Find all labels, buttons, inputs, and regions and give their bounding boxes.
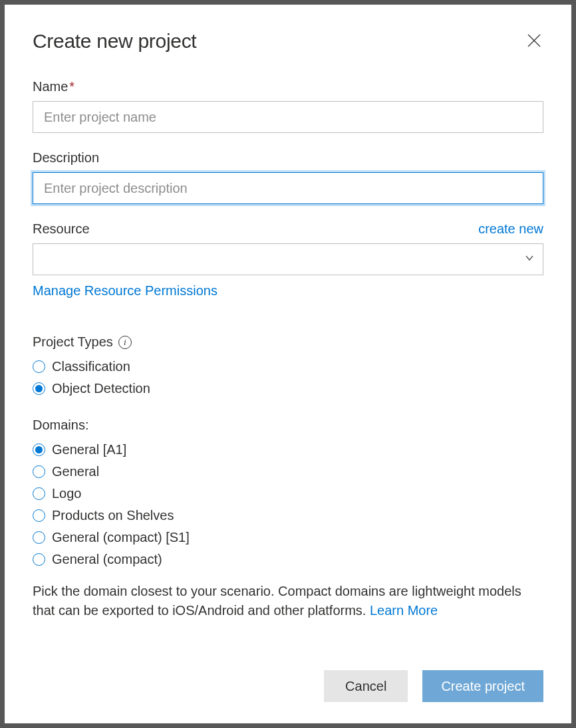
create-project-button[interactable]: Create project (422, 670, 543, 702)
resource-select[interactable] (33, 243, 543, 275)
radio-circle (33, 553, 45, 566)
radio-circle (33, 465, 45, 478)
domain-option[interactable]: General (compact) [S1] (33, 530, 543, 545)
name-field-block: Name* (33, 79, 543, 133)
learn-more-link[interactable]: Learn More (370, 603, 438, 618)
domains-label: Domains: (33, 418, 543, 433)
radio-circle (33, 531, 45, 544)
radio-label: General (compact) (52, 552, 162, 567)
description-label: Description (33, 150, 99, 166)
radio-circle (33, 443, 45, 456)
modal-footer: Cancel Create project (33, 657, 543, 702)
radio-circle (33, 360, 45, 373)
project-types-block: Project Types i ClassificationObject Det… (33, 334, 543, 396)
description-input[interactable] (33, 172, 543, 204)
domain-option[interactable]: General (compact) (33, 552, 543, 567)
domain-option[interactable]: General (33, 464, 543, 479)
radio-circle (33, 382, 45, 395)
domain-option[interactable]: Products on Shelves (33, 508, 543, 523)
name-input[interactable] (33, 101, 543, 133)
radio-label: Classification (52, 359, 130, 374)
radio-label: General (52, 464, 99, 479)
domain-option[interactable]: General [A1] (33, 442, 543, 457)
domains-block: Domains: General [A1]GeneralLogoProducts… (33, 418, 543, 567)
description-field-block: Description (33, 150, 543, 204)
radio-label: General (compact) [S1] (52, 530, 190, 545)
radio-label: Object Detection (52, 381, 150, 396)
cancel-button[interactable]: Cancel (324, 670, 408, 702)
project-types-radio-group: ClassificationObject Detection (33, 359, 543, 396)
modal-header: Create new project (33, 30, 543, 53)
info-icon[interactable]: i (118, 336, 132, 349)
domains-hint: Pick the domain closest to your scenario… (33, 582, 543, 620)
name-label: Name* (33, 79, 74, 94)
project-type-option[interactable]: Object Detection (33, 381, 543, 396)
create-new-resource-link[interactable]: create new (478, 221, 543, 237)
radio-circle (33, 509, 45, 522)
radio-label: General [A1] (52, 442, 126, 457)
project-types-label: Project Types i (33, 334, 543, 350)
domains-radio-group: General [A1]GeneralLogoProducts on Shelv… (33, 442, 543, 567)
required-indicator: * (69, 79, 74, 94)
project-type-option[interactable]: Classification (33, 359, 543, 374)
resource-select-wrap (33, 243, 543, 275)
resource-field-block: Resource create new Manage Resource Perm… (33, 221, 543, 299)
radio-circle (33, 487, 45, 500)
close-icon (526, 33, 542, 49)
domain-option[interactable]: Logo (33, 486, 543, 501)
radio-label: Products on Shelves (52, 508, 174, 523)
resource-label: Resource (33, 221, 90, 237)
create-project-modal: Create new project Name* Description Res… (5, 5, 571, 723)
manage-resource-permissions-link[interactable]: Manage Resource Permissions (33, 283, 217, 299)
modal-title: Create new project (33, 30, 196, 53)
close-button[interactable] (525, 31, 543, 50)
radio-label: Logo (52, 486, 82, 501)
